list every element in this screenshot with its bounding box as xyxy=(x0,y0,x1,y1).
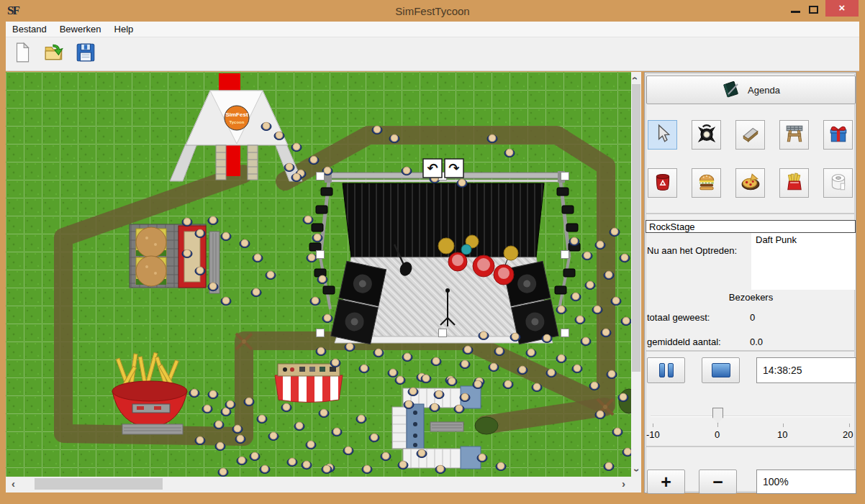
visitor xyxy=(195,267,205,275)
minimize-button[interactable] xyxy=(791,11,800,13)
menu-bestand[interactable]: Bestand xyxy=(6,22,53,37)
zoom-in-button[interactable]: + xyxy=(647,469,685,494)
festival-map[interactable]: SimFest Tycoon xyxy=(6,72,631,477)
window-title: SimFestTycoon xyxy=(0,5,865,17)
bench-horizontal[interactable] xyxy=(122,424,183,434)
tool-burger-stand[interactable] xyxy=(692,168,721,198)
save-file-button[interactable] xyxy=(71,40,100,68)
visitor xyxy=(309,156,319,164)
visitor xyxy=(195,229,205,237)
horizontal-scrollbar[interactable]: ‹ › xyxy=(6,477,631,491)
open-file-button[interactable] xyxy=(40,40,68,68)
agenda-button[interactable]: Agenda xyxy=(646,75,856,104)
visitor xyxy=(208,390,218,398)
visitor xyxy=(359,365,369,372)
tool-pizza-stand[interactable] xyxy=(735,168,765,198)
minus-icon: − xyxy=(712,475,723,489)
visitor xyxy=(251,288,261,296)
visitor xyxy=(526,349,536,357)
horizontal-scroll-thumb[interactable] xyxy=(35,478,163,490)
scroll-left-arrow[interactable]: ‹ xyxy=(12,479,15,489)
visitor xyxy=(620,254,630,262)
visitor xyxy=(494,347,504,355)
burger-icon xyxy=(697,172,717,195)
visitor xyxy=(595,241,605,249)
close-button[interactable]: × xyxy=(825,0,859,17)
tool-path-tile[interactable] xyxy=(735,120,765,150)
visitor xyxy=(589,382,599,390)
visitor xyxy=(402,353,412,361)
selection-handle[interactable] xyxy=(561,251,569,259)
selection-handle[interactable] xyxy=(439,329,447,337)
visitor xyxy=(332,428,342,436)
burger-stand[interactable] xyxy=(130,224,206,288)
menu-bar: Bestand Bewerken Help xyxy=(6,22,859,37)
app-window: SF SimFestTycoon × Bestand Bewerken Help xyxy=(0,0,865,504)
visitor xyxy=(402,167,412,175)
visitor xyxy=(575,316,585,324)
visitor xyxy=(618,393,628,401)
rotate-button[interactable]: ↷ xyxy=(445,159,463,178)
svg-text:Tycoon: Tycoon xyxy=(230,120,245,124)
visitor xyxy=(477,454,487,462)
gate-icon xyxy=(784,124,805,147)
new-file-icon xyxy=(12,42,33,66)
tool-toilet[interactable] xyxy=(823,168,853,198)
pause-button[interactable] xyxy=(647,357,685,383)
visitor xyxy=(517,366,527,374)
market-stall[interactable] xyxy=(275,364,343,403)
maximize-button[interactable] xyxy=(809,6,818,14)
visitor xyxy=(235,435,245,443)
tool-select-cursor[interactable] xyxy=(648,120,677,150)
visitor xyxy=(312,234,322,242)
visitor xyxy=(463,346,473,354)
tool-fries-stand[interactable] xyxy=(779,168,809,198)
visitor xyxy=(546,369,556,377)
selection-handle[interactable] xyxy=(317,173,325,180)
tool-spotlight-stage[interactable] xyxy=(692,120,721,150)
scroll-down-arrow[interactable]: ‹ xyxy=(630,469,640,472)
rotate-button[interactable]: ↶ xyxy=(423,159,442,178)
menu-bewerken[interactable]: Bewerken xyxy=(53,22,108,37)
stop-button[interactable] xyxy=(702,357,740,383)
avg-visitors-value: 0.0 xyxy=(750,336,763,347)
svg-text:↶: ↶ xyxy=(427,160,438,175)
vertical-scroll-thumb[interactable] xyxy=(632,84,640,372)
visitor xyxy=(322,465,332,473)
plus-icon: + xyxy=(661,475,671,489)
menu-help[interactable]: Help xyxy=(108,22,140,37)
visitor xyxy=(302,461,312,469)
visitor xyxy=(208,216,218,224)
tool-gift-shop[interactable] xyxy=(823,120,853,150)
vertical-scrollbar[interactable]: ‹ ‹ xyxy=(631,72,641,477)
visitor xyxy=(369,434,379,441)
visitor xyxy=(274,132,284,139)
total-visitors-label: totaal geweest: xyxy=(647,312,710,323)
tool-trash-can[interactable] xyxy=(648,168,677,198)
visitor xyxy=(322,314,332,322)
title-bar[interactable]: SF SimFestTycoon × xyxy=(0,0,865,22)
speed-slider-track[interactable] xyxy=(651,416,851,417)
now-playing-box: Daft Punk xyxy=(751,233,856,290)
stage-name-input[interactable] xyxy=(646,220,856,233)
visitor xyxy=(218,468,228,476)
visitor xyxy=(421,375,431,382)
visitors-header: Bezoekers xyxy=(645,292,857,303)
selection-handle[interactable] xyxy=(317,329,325,337)
tool-gate[interactable] xyxy=(779,120,809,150)
scroll-right-arrow[interactable]: › xyxy=(622,479,625,489)
visitor xyxy=(510,333,520,341)
zoom-out-button[interactable]: − xyxy=(699,469,737,494)
bench-toilets[interactable] xyxy=(430,422,463,431)
selection-handle[interactable] xyxy=(317,251,325,259)
visitor xyxy=(221,297,231,305)
new-file-button[interactable] xyxy=(8,40,37,68)
visitor xyxy=(503,380,513,388)
visitor xyxy=(435,465,445,473)
selection-handle[interactable] xyxy=(561,173,569,180)
visitor xyxy=(430,403,440,411)
selection-handle[interactable] xyxy=(561,329,569,337)
visitor xyxy=(388,369,398,377)
pizza-icon xyxy=(741,172,761,195)
scroll-up-arrow[interactable]: ‹ xyxy=(630,77,640,81)
